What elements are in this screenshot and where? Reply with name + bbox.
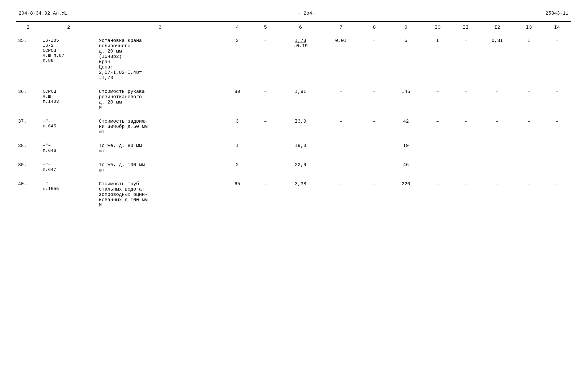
row-price: I3,9 xyxy=(280,115,322,136)
row-col13-val: – xyxy=(515,85,543,112)
row-col11-val: – xyxy=(452,33,480,82)
row-col7-val: – xyxy=(322,115,360,136)
row-qty: 3 xyxy=(223,115,251,136)
row-description: Стоимость труб стальных водога- зопровод… xyxy=(97,178,223,209)
row-col10-val: – xyxy=(423,115,452,136)
row-dash1: – xyxy=(251,85,280,112)
row-col7-val: – xyxy=(322,158,360,174)
col-header-3: 3 xyxy=(97,21,223,33)
row-qty: 65 xyxy=(223,178,251,209)
col-header-10: IO xyxy=(423,21,452,33)
row-description: Стоимость рукава резинотканевого д. 20 м… xyxy=(97,85,223,112)
row-price: 3,38 xyxy=(280,178,322,209)
row-col13-val: I xyxy=(515,33,543,82)
row-col10-val: I xyxy=(423,33,452,82)
row-col14-val: – xyxy=(543,158,571,174)
header-center: - 2о4- xyxy=(298,11,315,16)
row-col8-val: – xyxy=(360,33,388,82)
row-col11-val: – xyxy=(452,158,480,174)
row-number: 38. xyxy=(16,139,41,155)
row-qty: I xyxy=(223,139,251,155)
row-col9-val: 46 xyxy=(388,158,423,174)
row-reference: –"– п.I555 xyxy=(41,178,97,209)
row-col8-val: – xyxy=(360,85,388,112)
row-number: 39. xyxy=(16,158,41,174)
col-header-2: 2 xyxy=(41,21,97,33)
row-number: 37. xyxy=(16,115,41,136)
col-header-6: 6 xyxy=(280,21,322,33)
row-dash1: – xyxy=(251,178,280,209)
col-header-1: I xyxy=(16,21,41,33)
row-reference: ССРСЦ ч.Ш п.I483 xyxy=(41,85,97,112)
row-col12-val: – xyxy=(480,158,515,174)
row-col8-val: – xyxy=(360,158,388,174)
row-description: Стоимость задвиж- ки 30ч6бр д.50 мм шт. xyxy=(97,115,223,136)
row-reference: –"– п.645 xyxy=(41,115,97,136)
row-spacer xyxy=(16,155,571,158)
row-col13-val: – xyxy=(515,139,543,155)
row-col8-val: – xyxy=(360,115,388,136)
main-table: I 2 3 4 5 6 7 8 9 IO II I2 I3 I4 35.I6-I… xyxy=(16,21,571,209)
row-col12-val: – xyxy=(480,115,515,136)
row-col14-val: – xyxy=(543,115,571,136)
row-col11-val: – xyxy=(452,115,480,136)
row-description: Установка крана поливочного д. 20 мм (I5… xyxy=(97,33,223,82)
row-spacer xyxy=(16,82,571,85)
row-col7-val: 0,0I xyxy=(322,33,360,82)
row-col12-val: 0,3I xyxy=(480,33,515,82)
row-spacer xyxy=(16,174,571,178)
row-price: I9,3 xyxy=(280,139,322,155)
table-row: 40.–"– п.I555Стоимость труб стальных вод… xyxy=(16,178,571,209)
row-col14-val: – xyxy=(543,33,571,82)
column-headers: I 2 3 4 5 6 7 8 9 IO II I2 I3 I4 xyxy=(16,21,571,33)
row-spacer xyxy=(16,136,571,139)
row-col10-val: – xyxy=(423,178,452,209)
row-reference: –"– п.646 xyxy=(41,139,97,155)
header-left: 294-8-34.92 Ал.УШ xyxy=(19,11,67,16)
row-col12-val: – xyxy=(480,178,515,209)
row-qty: 2 xyxy=(223,158,251,174)
row-qty: 3 xyxy=(223,33,251,82)
row-col12-val: – xyxy=(480,139,515,155)
header-right: 25343-11 xyxy=(546,11,568,16)
col-header-4: 4 xyxy=(223,21,251,33)
row-dash1: – xyxy=(251,139,280,155)
col-header-9: 9 xyxy=(388,21,423,33)
row-description: То же, д. I00 мм шт. xyxy=(97,158,223,174)
row-col10-val: – xyxy=(423,158,452,174)
table-row: 38.–"– п.646То же, д. 80 мм шт.I–I9,3––I… xyxy=(16,139,571,155)
row-col13-val: – xyxy=(515,158,543,174)
table-row: 36.ССРСЦ ч.Ш п.I483Стоимость рукава рези… xyxy=(16,85,571,112)
row-col7-val: – xyxy=(322,85,360,112)
table-row: 39.–"– п.647То же, д. I00 мм шт.2–22,9––… xyxy=(16,158,571,174)
row-reference: I6-I85 I6-2 ССРСЦ ч.Ш п.87 п.86 xyxy=(41,33,97,82)
row-col13-val: – xyxy=(515,178,543,209)
col-header-14: I4 xyxy=(543,21,571,33)
row-col9-val: 42 xyxy=(388,115,423,136)
row-col9-val: 220 xyxy=(388,178,423,209)
table-row: 35.I6-I85 I6-2 ССРСЦ ч.Ш п.87 п.86Устано… xyxy=(16,33,571,82)
row-dash1: – xyxy=(251,115,280,136)
row-col10-val: – xyxy=(423,85,452,112)
row-col7-val: – xyxy=(322,139,360,155)
row-spacer xyxy=(16,112,571,115)
col-header-7: 7 xyxy=(322,21,360,33)
row-col9-val: 5 xyxy=(388,33,423,82)
row-price: 22,9 xyxy=(280,158,322,174)
row-col13-val: – xyxy=(515,115,543,136)
row-col8-val: – xyxy=(360,178,388,209)
row-reference: –"– п.647 xyxy=(41,158,97,174)
page-header: 294-8-34.92 Ал.УШ - 2о4- 25343-11 xyxy=(16,11,571,16)
row-col12-val: – xyxy=(480,85,515,112)
row-qty: 80 xyxy=(223,85,251,112)
row-col8-val: – xyxy=(360,139,388,155)
col-header-13: I3 xyxy=(515,21,543,33)
row-col10-val: – xyxy=(423,139,452,155)
table-row: 37.–"– п.645Стоимость задвиж- ки 30ч6бр … xyxy=(16,115,571,136)
row-price: I,8I xyxy=(280,85,322,112)
col-header-8: 8 xyxy=(360,21,388,33)
row-description: То же, д. 80 мм шт. xyxy=(97,139,223,155)
col-header-5: 5 xyxy=(251,21,280,33)
row-col11-val: – xyxy=(452,139,480,155)
row-number: 36. xyxy=(16,85,41,112)
